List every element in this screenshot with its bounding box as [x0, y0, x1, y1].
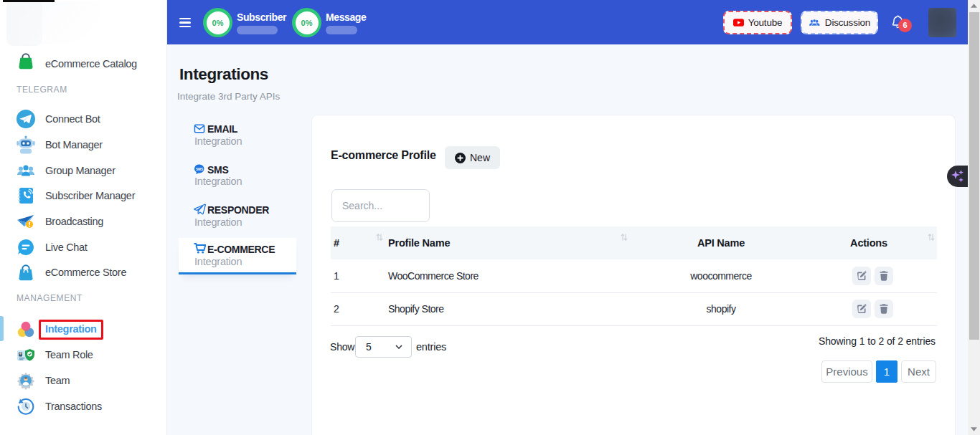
svg-text:SMS: SMS — [196, 167, 203, 171]
